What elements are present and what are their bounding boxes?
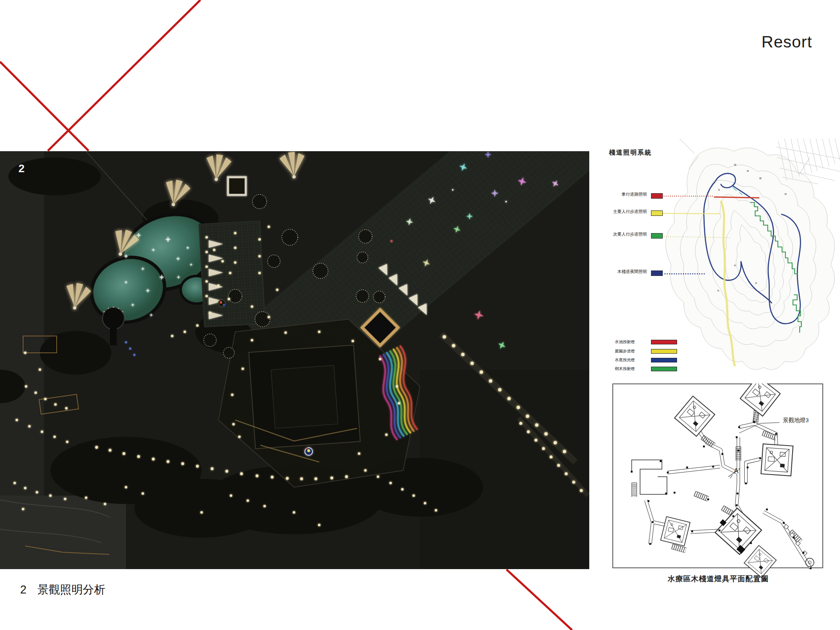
legend-label-boardwalk: 木棧道夜間照明 — [608, 269, 647, 275]
slide-canvas: Resort — [0, 0, 840, 630]
map-legend-label: 水池投射燈 — [615, 339, 648, 345]
page-title: Resort — [761, 33, 812, 51]
slide-caption-number: 2 — [20, 583, 26, 596]
diagram-title: 棧道照明系統 — [609, 149, 652, 157]
legend-chip-red — [651, 193, 663, 199]
map-legend-bar-red — [651, 340, 677, 344]
legend-chip-green — [651, 233, 663, 239]
map-legend-bar-yellow — [651, 349, 677, 354]
legend-label-road: 車行道路照明 — [608, 192, 647, 197]
map-legend-bar-green — [651, 367, 677, 371]
night-lighting-plan-image: 2 — [0, 151, 589, 569]
fixture-label: 景觀地燈3 — [783, 417, 809, 424]
map-legend-label: 樹木投射燈 — [615, 366, 648, 372]
lighting-plan-art — [0, 151, 589, 569]
section-marker: A' — [734, 467, 740, 475]
legend-chip-blue — [651, 270, 663, 276]
legend-label-secondary-walk: 次要人行步道照明 — [608, 231, 647, 237]
boardwalk-plan-art — [612, 383, 823, 593]
boardwalk-plan-drawing — [612, 383, 823, 593]
legend-label-main-walk: 主要人行步道照明 — [608, 209, 647, 215]
path-lighting-diagram: 棧道照明系統 車行道路照明 主要人行步道照明 次要人行步道照明 木棧道夜間照明 … — [608, 139, 840, 382]
plan-caption: 水療區木棧道燈具平面配置圖 — [655, 574, 781, 584]
contour-map-art — [608, 139, 840, 382]
slide-caption-text: 景觀照明分析 — [37, 583, 105, 596]
map-legend-bar-blue — [651, 358, 677, 362]
legend-chip-yellow — [651, 210, 663, 216]
slide-caption: 2景觀照明分析 — [20, 582, 105, 597]
image-number-label: 2 — [18, 162, 24, 175]
map-legend-label: 水底投光燈 — [615, 357, 648, 363]
map-legend-label: 庭園步道燈 — [615, 349, 648, 354]
